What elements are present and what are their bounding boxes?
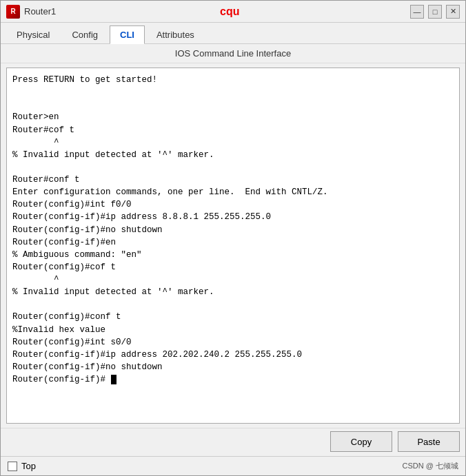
app-icon: R — [6, 5, 20, 19]
tab-cli[interactable]: CLI — [110, 25, 145, 44]
main-window: R Router1 cqu — □ ✕ Physical Config CLI … — [0, 0, 466, 476]
watermark: CSDN @ 七倾城 — [403, 461, 458, 471]
tab-config[interactable]: Config — [61, 25, 108, 43]
status-bar: Top CSDN @ 七倾城 — [1, 456, 465, 475]
tab-attributes[interactable]: Attributes — [146, 25, 205, 43]
tab-physical[interactable]: Physical — [6, 25, 60, 43]
status-left: Top — [8, 461, 36, 471]
maximize-button[interactable]: □ — [428, 5, 442, 19]
minimize-button[interactable]: — — [410, 5, 424, 19]
close-button[interactable]: ✕ — [446, 5, 460, 19]
cli-area: Press RETURN to get started! Router>en R… — [6, 68, 460, 424]
button-bar: Copy Paste — [1, 428, 465, 456]
tab-bar: Physical Config CLI Attributes — [1, 23, 465, 44]
top-checkbox[interactable] — [8, 462, 17, 471]
section-header: IOS Command Line Interface — [1, 44, 465, 63]
title-bar: R Router1 cqu — □ ✕ — [1, 1, 465, 23]
top-label: Top — [21, 461, 36, 471]
copy-button[interactable]: Copy — [330, 431, 392, 452]
app-icon-label: R — [10, 8, 15, 15]
paste-button[interactable]: Paste — [398, 431, 460, 452]
cli-output[interactable]: Press RETURN to get started! Router>en R… — [7, 68, 459, 423]
window-title: Router1 — [24, 6, 214, 17]
app-name: cqu — [220, 6, 410, 18]
cli-cursor — [111, 375, 116, 384]
window-controls: — □ ✕ — [410, 5, 460, 19]
